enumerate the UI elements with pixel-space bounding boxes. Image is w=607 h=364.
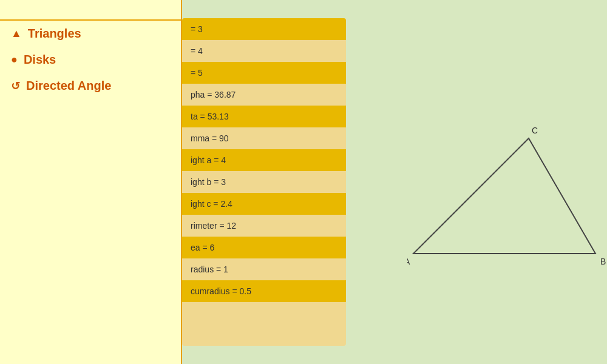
nav-items: ▲Triangles●Disks↺Directed Angle: [0, 21, 181, 99]
prop-row: ight b = 3: [182, 171, 346, 193]
prop-row: ight a = 4: [182, 149, 346, 171]
triangles-icon: ▲: [11, 27, 22, 40]
prop-row: pha = 36.87: [182, 84, 346, 106]
disks-icon: ●: [11, 53, 18, 66]
triangle-svg: ABC: [407, 126, 607, 266]
vertex-label-A: A: [407, 257, 410, 266]
prop-row: radius = 1: [182, 258, 346, 280]
main-content: = 3= 4= 5pha = 36.87ta = 53.13mma = 90ig…: [182, 0, 607, 364]
prop-row: ea = 6: [182, 237, 346, 258]
sidebar: ▲Triangles●Disks↺Directed Angle: [0, 0, 182, 364]
prop-row: cumradius = 0.5: [182, 280, 346, 302]
vertex-label-B: B: [600, 257, 606, 266]
disks-label: Disks: [24, 53, 56, 67]
vertex-label-C: C: [532, 126, 538, 135]
canvas-area: ABC: [346, 0, 607, 364]
prop-row: rimeter = 12: [182, 215, 346, 237]
triangle-shape: [413, 138, 595, 254]
prop-row: ight c = 2.4: [182, 193, 346, 215]
triangles-label: Triangles: [28, 27, 81, 41]
prop-row: = 4: [182, 40, 346, 62]
directed-angle-icon: ↺: [11, 79, 20, 93]
directed-angle-label: Directed Angle: [26, 79, 111, 93]
sidebar-item-triangles[interactable]: ▲Triangles: [0, 21, 181, 47]
sidebar-item-disks[interactable]: ●Disks: [0, 47, 181, 73]
prop-row: ta = 53.13: [182, 106, 346, 127]
prop-row: = 5: [182, 62, 346, 84]
sidebar-item-directed-angle[interactable]: ↺Directed Angle: [0, 73, 181, 99]
back-button[interactable]: [0, 0, 181, 21]
prop-row: = 3: [182, 18, 346, 40]
properties-panel: = 3= 4= 5pha = 36.87ta = 53.13mma = 90ig…: [182, 18, 346, 346]
prop-row: mma = 90: [182, 127, 346, 149]
